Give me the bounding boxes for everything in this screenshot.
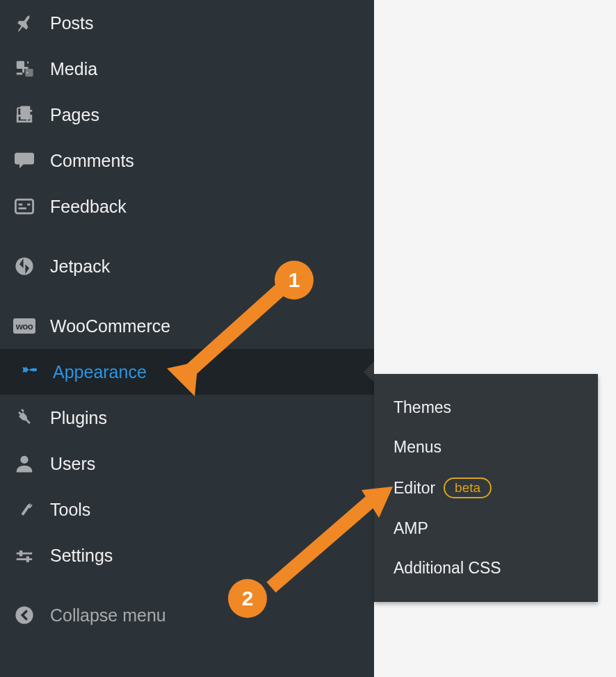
- tools-icon: [14, 499, 35, 520]
- sidebar-item-label: Posts: [50, 13, 94, 33]
- plugin-icon: [14, 407, 35, 428]
- sidebar-item-label: Jetpack: [50, 256, 110, 277]
- sidebar-item-media[interactable]: Media: [0, 46, 374, 92]
- svg-rect-5: [19, 204, 23, 206]
- svg-rect-0: [17, 61, 24, 69]
- collapse-label: Collapse menu: [50, 605, 166, 626]
- sidebar-item-pages[interactable]: Pages: [0, 92, 374, 138]
- svg-point-8: [15, 257, 33, 275]
- sidebar-item-appearance[interactable]: Appearance: [0, 349, 374, 395]
- svg-rect-6: [19, 207, 26, 209]
- submenu-label: Themes: [394, 398, 451, 417]
- submenu-item-editor[interactable]: Editor beta: [374, 467, 598, 509]
- svg-rect-7: [27, 204, 30, 206]
- beta-badge: beta: [444, 478, 492, 498]
- pin-icon: [14, 13, 35, 33]
- sidebar-item-feedback[interactable]: Feedback: [0, 183, 374, 229]
- sidebar-item-label: WooCommerce: [50, 316, 170, 336]
- sidebar-item-posts[interactable]: Posts: [0, 0, 374, 46]
- pages-icon: [14, 104, 35, 125]
- sidebar-item-plugins[interactable]: Plugins: [0, 395, 374, 441]
- collapse-menu-button[interactable]: Collapse menu: [0, 592, 374, 638]
- submenu-label: AMP: [394, 519, 428, 538]
- svg-rect-10: [17, 553, 32, 555]
- sidebar-item-label: Plugins: [50, 408, 107, 428]
- menu-separator: [0, 578, 374, 592]
- brush-icon: [17, 361, 38, 382]
- submenu-label: Additional CSS: [394, 559, 501, 578]
- svg-rect-1: [25, 69, 33, 76]
- jetpack-icon: [14, 256, 35, 277]
- woo-icon: woo: [14, 316, 35, 336]
- users-icon: [14, 453, 35, 474]
- submenu-item-menus[interactable]: Menus: [374, 427, 598, 467]
- sidebar-item-label: Media: [50, 59, 97, 79]
- sidebar-item-settings[interactable]: Settings: [0, 532, 374, 578]
- comment-icon: [14, 150, 35, 171]
- sidebar-item-tools[interactable]: Tools: [0, 487, 374, 532]
- appearance-submenu: Themes Menus Editor beta AMP Additional …: [374, 374, 598, 602]
- sidebar-item-jetpack[interactable]: Jetpack: [0, 243, 374, 289]
- sidebar-item-label: Users: [50, 454, 95, 474]
- admin-sidebar: Posts Media Pages Comments Feedback Jetp…: [0, 0, 374, 677]
- media-icon: [14, 58, 35, 79]
- sidebar-item-label: Comments: [50, 151, 134, 171]
- submenu-item-amp[interactable]: AMP: [374, 509, 598, 548]
- sidebar-item-comments[interactable]: Comments: [0, 138, 374, 183]
- sidebar-item-label: Settings: [50, 546, 113, 566]
- svg-rect-13: [26, 556, 29, 562]
- svg-point-9: [20, 456, 28, 464]
- sidebar-item-label: Tools: [50, 500, 90, 520]
- svg-rect-4: [15, 199, 33, 213]
- sidebar-item-label: Pages: [50, 105, 99, 125]
- sidebar-item-users[interactable]: Users: [0, 441, 374, 487]
- submenu-item-themes[interactable]: Themes: [374, 388, 598, 427]
- submenu-label: Editor: [394, 479, 435, 498]
- menu-separator: [0, 229, 374, 243]
- svg-rect-3: [20, 106, 30, 120]
- submenu-item-additional-css[interactable]: Additional CSS: [374, 548, 598, 588]
- feedback-icon: [14, 196, 35, 217]
- sidebar-item-woocommerce[interactable]: woo WooCommerce: [0, 303, 374, 349]
- sidebar-item-label: Feedback: [50, 197, 127, 217]
- svg-rect-12: [19, 550, 22, 556]
- sidebar-item-label: Appearance: [53, 362, 147, 382]
- svg-rect-11: [17, 558, 32, 560]
- menu-separator: [0, 289, 374, 303]
- settings-icon: [14, 545, 35, 566]
- svg-point-14: [15, 606, 33, 623]
- submenu-label: Menus: [394, 438, 441, 457]
- collapse-icon: [14, 605, 35, 626]
